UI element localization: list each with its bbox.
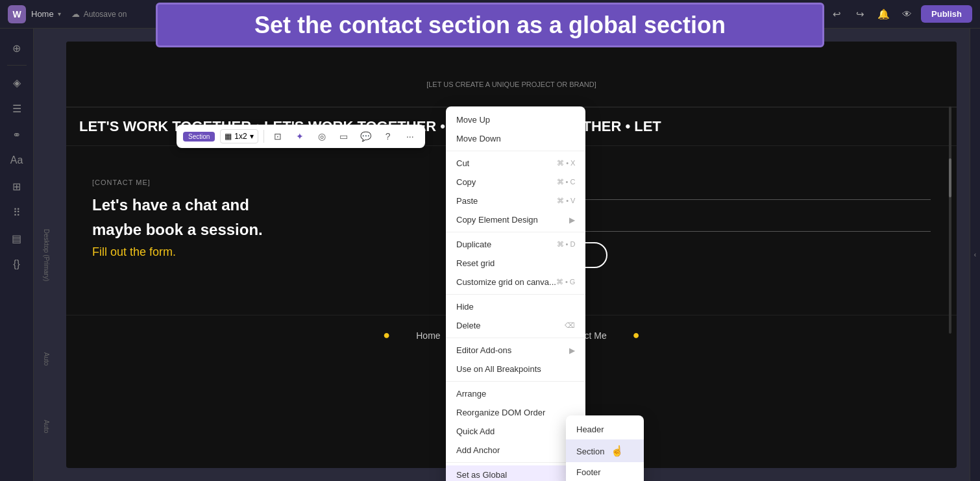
menu-sep-2 [446,232,585,232]
hero-subtitle: [LET US CREATE A UNIQUE PROJECT OR BRAND… [92,80,931,88]
sidebar-blog-button[interactable]: ▤ [5,227,29,250]
cloud-icon: ☁ [71,9,80,19]
preview-button[interactable]: 👁 [898,5,916,23]
menu-add-anchor[interactable]: Add Anchor [446,441,585,460]
section-toolbar: Section ▦ 1x2 ▾ ⊡ ✦ ◎ ▭ 💬 ? ··· [177,125,425,148]
menu-sep-6 [446,462,585,463]
chevron-down-icon-2: ▾ [250,132,254,141]
menu-paste[interactable]: Paste ⌘ • V [446,191,585,210]
footer-icon-3: ● [633,328,640,342]
context-menu: Move Up Move Down Cut ⌘ • X Copy ⌘ • C P… [446,106,585,481]
canvas-area: Desktop (Primary) Auto Auto [LET US CREA… [34,29,970,481]
auto-label-1: Auto [43,352,50,366]
undo-button[interactable]: ↩ [827,5,846,23]
grid-selector[interactable]: ▦ 1x2 ▾ [220,129,258,143]
menu-use-all-breakpoints[interactable]: Use on All Breakpoints [446,360,585,378]
menu-set-as-global[interactable]: Set as Global ▶ [446,465,585,481]
menu-delete[interactable]: Delete ⌫ [446,316,585,335]
submenu-section[interactable]: Section ☝ [566,439,644,462]
submenu-header[interactable]: Header [566,419,644,439]
chevron-left-icon: ‹ [974,251,976,258]
app-logo[interactable]: W [8,5,26,23]
monitor-icon[interactable]: ▭ [336,128,352,145]
sidebar-connections-button[interactable]: ⚭ [5,123,29,146]
sidebar-media-button[interactable]: ⊞ [5,175,29,198]
redo-button[interactable]: ↪ [851,5,869,23]
menu-cut[interactable]: Cut ⌘ • X [446,154,585,173]
set-as-global-submenu: Header Section ☝ Footer [566,415,644,481]
arrow-icon-2: ▶ [569,346,575,355]
menu-move-down[interactable]: Move Down [446,129,585,148]
menu-quick-add[interactable]: Quick Add ▶ [446,422,585,441]
menu-sep-4 [446,338,585,338]
hero-section: [LET US CREATE A UNIQUE PROJECT OR BRAND… [66,42,957,107]
contact-heading-2: maybe book a session. [92,219,498,241]
autosave-indicator: ☁ Autosave on [71,9,127,19]
menu-duplicate[interactable]: Duplicate ⌘ • D [446,235,585,254]
contact-heading-1: Let's have a chat and [92,194,498,216]
sidebar-divider-1 [7,65,27,66]
contact-cta: Fill out the form. [92,245,498,259]
contact-label: [CONTACT ME] [92,179,498,186]
menu-editor-addons[interactable]: Editor Add-ons ▶ [446,341,585,360]
menu-copy[interactable]: Copy ⌘ • C [446,173,585,191]
footer-home[interactable]: Home [416,330,440,341]
menu-customize-grid[interactable]: Customize grid on canva... ⌘ • G [446,273,585,291]
scrollbar-thumb[interactable] [949,158,951,197]
left-sidebar: ⊕ ◈ ☰ ⚭ Aa ⊞ ⠿ ▤ {} [0,29,34,481]
sidebar-add-button[interactable]: ⊕ [5,36,29,60]
viewport-label: Desktop (Primary) [43,228,50,281]
chevron-down-icon: ▾ [58,10,61,18]
toolbar-sep-1 [263,130,264,143]
sidebar-code-button[interactable]: {} [5,253,29,276]
menu-sep-5 [446,381,585,382]
menu-copy-element-design[interactable]: Copy Element Design ▶ [446,210,585,229]
arrow-icon-1: ▶ [569,216,575,225]
right-panel-toggle[interactable]: ‹ [970,29,980,481]
grid-value: 1x2 [234,132,247,141]
annotation-banner: Set the contact section as a global sect… [156,3,824,47]
sidebar-layers-button[interactable]: ◈ [5,71,29,94]
scrollbar-track [949,106,951,334]
cursor-icon: ☝ [611,445,624,456]
sidebar-pages-button[interactable]: ☰ [5,97,29,120]
resize-icon[interactable]: ⊡ [269,128,286,145]
sidebar-apps-button[interactable]: ⠿ [5,201,29,224]
grid-icon: ▦ [225,132,232,141]
menu-hide[interactable]: Hide [446,297,585,316]
section-tag: Section [183,132,215,142]
menu-reset-grid[interactable]: Reset grid [446,254,585,273]
more-icon[interactable]: ··· [402,128,419,145]
page-name: Home [31,9,54,19]
magic-icon[interactable]: ✦ [291,128,308,145]
menu-sep-3 [446,294,585,295]
auto-label-2: Auto [43,420,50,434]
menu-move-up[interactable]: Move Up [446,110,585,129]
layout-icon[interactable]: ◎ [313,128,330,145]
publish-button[interactable]: Publish [921,5,972,23]
footer-icon-1: ● [383,328,390,342]
submenu-footer[interactable]: Footer [566,462,644,481]
page-selector[interactable]: Home ▾ [31,9,61,19]
annotation-title: Set the contact section as a global sect… [171,11,809,39]
sidebar-text-button[interactable]: Aa [5,149,29,172]
question-icon[interactable]: ? [380,128,397,145]
contact-left: [CONTACT ME] Let's have a chat and maybe… [92,179,498,282]
menu-arrange[interactable]: Arrange [446,384,585,403]
topbar-right: ↩ ↪ 🔔 👁 Publish [827,5,972,23]
chat-icon[interactable]: 💬 [358,128,374,145]
menu-reorganize-dom[interactable]: Reorganize DOM Order [446,403,585,422]
notifications-icon[interactable]: 🔔 [874,5,892,23]
menu-sep-1 [446,151,585,151]
